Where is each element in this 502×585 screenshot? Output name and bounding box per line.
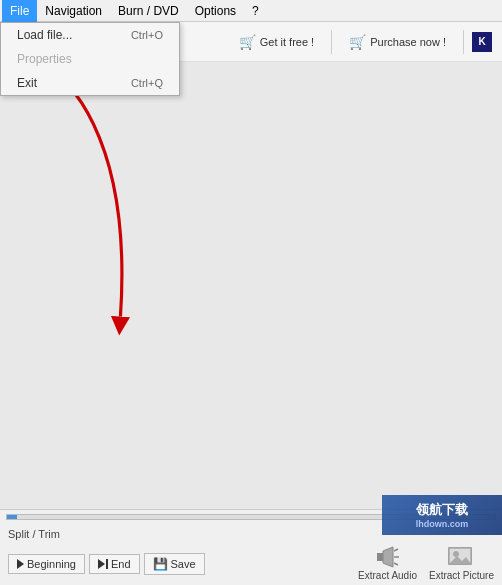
cart-icon-free: 🛒 [239,34,256,50]
svg-marker-2 [383,547,393,567]
menu-item-exit[interactable]: Exit Ctrl+Q [1,71,179,95]
file-dropdown-menu: Load file... Ctrl+O Properties Exit Ctrl… [0,22,180,96]
get-it-free-button[interactable]: 🛒 Get it free ! [230,29,323,55]
svg-line-3 [394,549,398,551]
toolbar-separator [331,30,332,54]
menu-burn-dvd[interactable]: Burn / DVD [110,0,187,22]
svg-point-8 [453,551,459,557]
app-logo: K [472,32,492,52]
toolbar-separator-2 [463,30,464,54]
app-window: File Navigation Burn / DVD Options ? Loa… [0,0,502,585]
bottom-panel: Split / Trim Beginning End 💾 Save [0,509,502,585]
purchase-now-label: Purchase now ! [370,36,446,48]
menu-item-load-file[interactable]: Load file... Ctrl+O [1,23,179,47]
svg-line-5 [394,563,398,565]
end-icon [98,559,108,569]
right-controls: Extract Audio Extract Picture [358,546,494,581]
save-button[interactable]: 💾 Save [144,553,205,575]
watermark: 领航下载 lhdown.com [382,495,502,535]
end-button[interactable]: End [89,554,140,574]
menu-help[interactable]: ? [244,0,267,22]
svg-rect-1 [377,553,383,561]
purchase-now-button[interactable]: 🛒 Purchase now ! [340,29,455,55]
annotation-arrow [30,62,160,342]
progress-bar-fill [7,515,17,519]
cart-icon-purchase: 🛒 [349,34,366,50]
toolbar-right-buttons: 🛒 Get it free ! 🛒 Purchase now ! K [230,29,492,55]
save-icon: 💾 [153,557,168,571]
menu-file[interactable]: File [2,0,37,22]
beginning-icon [17,559,24,569]
beginning-button[interactable]: Beginning [8,554,85,574]
get-it-free-label: Get it free ! [260,36,314,48]
extract-picture-icon [448,546,474,568]
menubar: File Navigation Burn / DVD Options ? [0,0,502,22]
menu-item-properties: Properties [1,47,179,71]
extract-picture-button[interactable]: Extract Picture [429,546,494,581]
extract-audio-button[interactable]: Extract Audio [358,546,417,581]
extract-audio-icon [375,546,401,568]
controls-row: Beginning End 💾 Save [0,542,502,585]
menu-navigation[interactable]: Navigation [37,0,110,22]
menu-options[interactable]: Options [187,0,244,22]
